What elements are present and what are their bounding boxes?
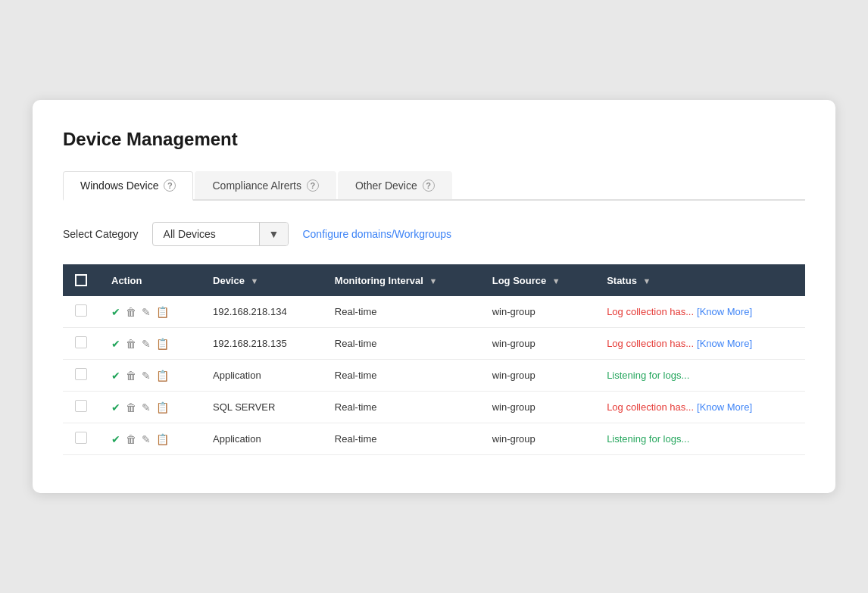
status-text: Listening for logs... [607, 433, 689, 445]
filter-label: Select Category [63, 228, 139, 240]
tab-other-label: Other Device [355, 179, 417, 192]
status-text: Log collection has... [607, 338, 694, 349]
edit-icon[interactable]: ✎ [142, 306, 151, 318]
row-log-source: win-group [480, 328, 595, 360]
row-monitoring-interval: Real-time [323, 296, 480, 328]
status-text: Log collection has... [607, 401, 694, 413]
table-header-row: Action Device ▼ Monitoring Interval ▼ Lo… [63, 264, 805, 297]
row-checkbox-cell [63, 360, 99, 392]
edit-icon[interactable]: ✎ [142, 401, 151, 414]
category-select-value: All Devices [153, 223, 259, 245]
status-text: Listening for logs... [607, 370, 689, 381]
table-row: ✔ 🗑 ✎ 📋 192.168.218.135Real-timewin-grou… [63, 328, 805, 360]
copy-icon[interactable]: 📋 [156, 306, 169, 318]
tab-windows-help-icon[interactable]: ? [164, 179, 176, 192]
row-checkbox[interactable] [75, 336, 87, 348]
enable-icon[interactable]: ✔ [111, 338, 120, 350]
row-checkbox[interactable] [75, 304, 87, 317]
tab-windows[interactable]: Windows Device ? [63, 171, 193, 201]
header-log-source[interactable]: Log Source ▼ [480, 264, 595, 297]
config-link[interactable]: Configure domains/Workgroups [302, 228, 451, 240]
header-device[interactable]: Device ▼ [201, 264, 323, 297]
tab-other-help-icon[interactable]: ? [423, 179, 435, 192]
header-logsource-label: Log Source [492, 275, 547, 286]
header-checkbox-cell [63, 264, 99, 297]
row-monitoring-interval: Real-time [323, 360, 480, 392]
row-log-source: win-group [480, 392, 595, 423]
device-sort-icon: ▼ [251, 276, 259, 286]
row-action-icons: ✔ 🗑 ✎ 📋 [99, 392, 201, 423]
enable-icon[interactable]: ✔ [111, 306, 120, 318]
copy-icon[interactable]: 📋 [156, 433, 169, 445]
edit-icon[interactable]: ✎ [142, 433, 151, 445]
copy-icon[interactable]: 📋 [156, 338, 169, 350]
row-log-source: win-group [480, 360, 595, 392]
delete-icon[interactable]: 🗑 [126, 338, 136, 350]
delete-icon[interactable]: 🗑 [126, 401, 136, 414]
row-device: Application [201, 423, 323, 455]
row-checkbox-cell [63, 392, 99, 423]
copy-icon[interactable]: 📋 [156, 370, 169, 382]
row-checkbox-cell [63, 328, 99, 360]
header-action: Action [99, 264, 201, 297]
table-row: ✔ 🗑 ✎ 📋 ApplicationReal-timewin-groupLis… [63, 423, 805, 455]
main-card: Device Management Windows Device ? Compl… [33, 100, 835, 494]
edit-icon[interactable]: ✎ [142, 338, 151, 350]
logsource-sort-icon: ▼ [552, 276, 560, 286]
status-text: Log collection has... [607, 306, 694, 317]
row-monitoring-interval: Real-time [323, 392, 480, 423]
header-monitoring-label: Monitoring Interval [335, 275, 423, 286]
tab-compliance[interactable]: Compliance Alrerts ? [195, 171, 336, 199]
enable-icon[interactable]: ✔ [111, 370, 120, 382]
row-status: Listening for logs... [595, 360, 805, 392]
delete-icon[interactable]: 🗑 [126, 370, 136, 382]
tab-other[interactable]: Other Device ? [338, 171, 452, 199]
row-log-source: win-group [480, 296, 595, 328]
header-device-label: Device [213, 275, 245, 286]
row-checkbox[interactable] [75, 368, 87, 380]
enable-icon[interactable]: ✔ [111, 401, 120, 414]
row-checkbox[interactable] [75, 400, 87, 412]
row-device: Application [201, 360, 323, 392]
category-select[interactable]: All Devices ▼ [152, 222, 289, 246]
delete-icon[interactable]: 🗑 [126, 306, 136, 318]
row-device: 192.168.218.135 [201, 328, 323, 360]
row-device: SQL SERVER [201, 392, 323, 423]
table-row: ✔ 🗑 ✎ 📋 SQL SERVERReal-timewin-groupLog … [63, 392, 805, 423]
tab-compliance-label: Compliance Alrerts [212, 179, 301, 192]
row-log-source: win-group [480, 423, 595, 455]
row-device: 192.168.218.134 [201, 296, 323, 328]
delete-icon[interactable]: 🗑 [126, 433, 136, 445]
row-status: Listening for logs... [595, 423, 805, 455]
row-checkbox-cell [63, 423, 99, 455]
copy-icon[interactable]: 📋 [156, 401, 169, 414]
row-monitoring-interval: Real-time [323, 423, 480, 455]
header-status[interactable]: Status ▼ [595, 264, 805, 297]
select-all-checkbox[interactable] [75, 274, 87, 286]
category-select-arrow-icon[interactable]: ▼ [259, 223, 289, 245]
row-status: Log collection has...[Know More] [595, 328, 805, 360]
tab-windows-label: Windows Device [80, 179, 158, 192]
tab-bar: Windows Device ? Compliance Alrerts ? Ot… [63, 171, 805, 201]
header-action-label: Action [111, 275, 142, 286]
row-status: Log collection has...[Know More] [595, 296, 805, 328]
row-action-icons: ✔ 🗑 ✎ 📋 [99, 296, 201, 328]
header-status-label: Status [607, 275, 637, 286]
status-sort-icon: ▼ [643, 276, 651, 286]
table-row: ✔ 🗑 ✎ 📋 192.168.218.134Real-timewin-grou… [63, 296, 805, 328]
devices-table: Action Device ▼ Monitoring Interval ▼ Lo… [63, 264, 805, 456]
table-row: ✔ 🗑 ✎ 📋 ApplicationReal-timewin-groupLis… [63, 360, 805, 392]
know-more-link[interactable]: [Know More] [697, 338, 752, 349]
know-more-link[interactable]: [Know More] [697, 401, 752, 413]
know-more-link[interactable]: [Know More] [697, 306, 752, 317]
filter-row: Select Category All Devices ▼ Configure … [63, 222, 805, 246]
edit-icon[interactable]: ✎ [142, 370, 151, 382]
page-title: Device Management [63, 129, 805, 150]
header-monitoring-interval[interactable]: Monitoring Interval ▼ [323, 264, 480, 297]
row-action-icons: ✔ 🗑 ✎ 📋 [99, 360, 201, 392]
monitoring-sort-icon: ▼ [429, 276, 437, 286]
row-checkbox[interactable] [75, 432, 87, 444]
tab-compliance-help-icon[interactable]: ? [307, 179, 319, 192]
enable-icon[interactable]: ✔ [111, 433, 120, 445]
row-action-icons: ✔ 🗑 ✎ 📋 [99, 328, 201, 360]
